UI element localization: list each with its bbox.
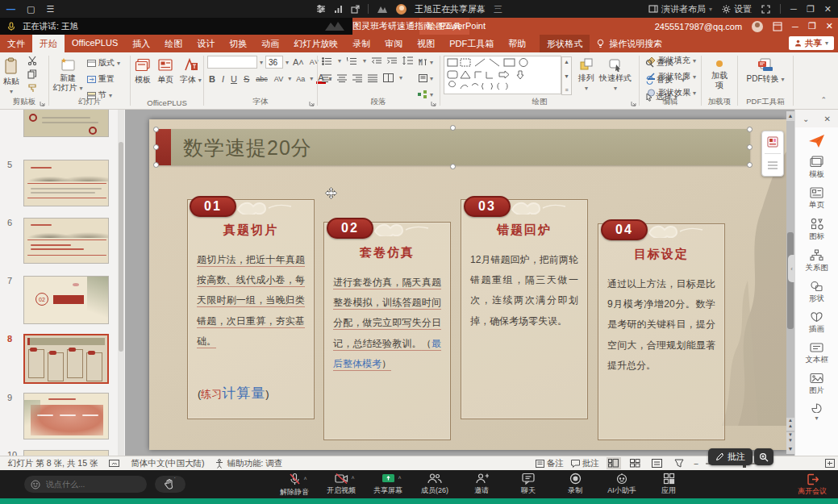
cut-icon[interactable] <box>27 56 37 65</box>
fullscreen-icon[interactable] <box>761 5 770 14</box>
change-case-button[interactable]: Aa <box>294 75 306 83</box>
ribbon-display-options-icon[interactable] <box>773 22 782 31</box>
quick-styles-button[interactable]: 快速样式▾ <box>599 54 632 98</box>
paste-options-button[interactable] <box>764 134 782 150</box>
panel-close-icon[interactable]: ✕ <box>824 115 831 123</box>
new-slide-button[interactable]: 新建幻灯片 ▾ <box>52 54 84 98</box>
selection-handle[interactable] <box>450 164 456 169</box>
char-spacing-button[interactable]: AV <box>273 75 285 83</box>
record-button[interactable]: 录制 <box>557 473 593 498</box>
slide-thumbnail-6[interactable] <box>23 218 109 264</box>
start-video-button[interactable]: ˄ 开启视频 <box>323 473 359 498</box>
selection-handle[interactable] <box>747 162 753 168</box>
font-size-input[interactable]: 36 <box>265 56 283 69</box>
layout-options-button[interactable] <box>764 157 782 173</box>
meeting-minimize-icon[interactable]: ― <box>6 4 15 14</box>
copy-icon[interactable] <box>27 69 37 79</box>
zoom-out-button[interactable]: − <box>694 459 698 469</box>
increase-font-icon[interactable]: A˄ <box>291 57 306 67</box>
single-page-button[interactable]: 单页 <box>157 55 173 98</box>
align-left-icon[interactable] <box>322 74 331 82</box>
window-minimize-icon[interactable]: ─ <box>790 4 797 14</box>
invite-button[interactable]: 邀请 <box>464 473 499 498</box>
tab-officeplus[interactable]: OfficePLUS <box>65 35 125 52</box>
unmute-button[interactable]: ˄ 解除静音 <box>277 473 312 498</box>
paragraph-dialog-launcher-icon[interactable] <box>431 101 436 106</box>
slide-thumbnail-5[interactable] <box>23 160 109 206</box>
slide-thumbnail-4[interactable] <box>23 110 109 137</box>
template-button[interactable]: 模板 <box>135 55 151 98</box>
strikethrough-button[interactable]: S <box>242 74 251 84</box>
previous-slide-button[interactable]: ▲▲ <box>786 418 794 431</box>
panel-collapse-icon[interactable]: ⌄ <box>803 115 809 123</box>
selection-handle[interactable] <box>747 144 753 150</box>
chat-button[interactable]: 聊天 <box>511 473 546 498</box>
chat-input[interactable] <box>44 479 133 489</box>
panel-item-single-page[interactable]: 单页 <box>795 187 838 210</box>
slideshow-view-button[interactable] <box>672 457 686 469</box>
font-plugin-button[interactable]: 字体 ▾ <box>180 55 202 98</box>
tab-view[interactable]: 视图 <box>410 35 442 52</box>
slide-thumbnail-8-current[interactable] <box>23 334 109 384</box>
font-dialog-launcher-icon[interactable] <box>309 101 315 106</box>
panel-item-picture[interactable]: 图片 <box>795 373 838 396</box>
bullets-icon[interactable] <box>322 57 332 65</box>
slide-thumbnail-7[interactable]: 02 <box>23 276 109 324</box>
underline-button[interactable]: U <box>229 74 239 84</box>
selection-handle[interactable] <box>153 144 159 150</box>
find-button[interactable]: 查找 <box>645 56 685 69</box>
account-email[interactable]: 2455517987@qq.com <box>655 22 742 31</box>
selection-handle[interactable] <box>747 127 753 132</box>
tab-design[interactable]: 设计 <box>190 35 222 52</box>
next-slide-button[interactable]: ▼▼ <box>786 432 794 445</box>
comments-button[interactable]: 批注 <box>571 458 599 469</box>
shapes-gallery[interactable]: ▲▼≡ <box>444 56 561 94</box>
ai-assistant-button[interactable]: AI小助手 <box>604 473 640 498</box>
shapes-gallery-scroll[interactable]: ▲▼≡ <box>561 56 572 95</box>
normal-view-button[interactable] <box>607 457 621 469</box>
tab-draw[interactable]: 绘图 <box>157 35 190 52</box>
layout-button[interactable]: 演讲者布局▾ <box>648 3 712 15</box>
selection-handle[interactable] <box>153 127 159 132</box>
panel-handle[interactable]: ‹ <box>788 255 795 282</box>
annotate-button[interactable]: 批注 <box>708 448 753 465</box>
canvas-scrollbar[interactable]: ▲ ▼ <box>786 111 794 454</box>
tab-shape-format[interactable]: 形状格式 <box>540 35 590 52</box>
bold-button[interactable]: B <box>207 74 217 84</box>
align-center-icon[interactable] <box>337 74 347 82</box>
font-name-input[interactable] <box>207 56 257 69</box>
align-text-button[interactable]: ▾ <box>419 72 433 85</box>
magnifier-button[interactable] <box>754 448 773 465</box>
italic-button[interactable]: I <box>220 74 226 84</box>
justify-icon[interactable] <box>368 74 377 82</box>
decrease-indent-icon[interactable] <box>372 57 381 65</box>
tab-slideshow[interactable]: 幻灯片放映 <box>286 35 345 52</box>
selection-handle[interactable] <box>450 125 456 131</box>
clipboard-dialog-launcher-icon[interactable] <box>40 101 45 106</box>
tab-help[interactable]: 帮助 <box>501 35 533 52</box>
tab-pdf-toolbox[interactable]: PDF工具箱 <box>442 35 501 52</box>
align-right-icon[interactable] <box>352 74 362 82</box>
line-spacing-icon[interactable] <box>402 56 413 65</box>
increase-indent-icon[interactable] <box>387 57 397 65</box>
slide-canvas[interactable]: 数学速提20分 01 真题切片 题切片法，把近十年真题按高数、线代成小卷，每天限… <box>149 119 786 450</box>
account-avatar[interactable] <box>752 21 763 32</box>
replace-button[interactable]: 替换▾ <box>645 73 685 86</box>
clear-format-icon[interactable]: abc <box>254 75 269 83</box>
slide-thumbnail-9[interactable] <box>23 393 109 439</box>
tab-home[interactable]: 开始 <box>32 35 65 52</box>
window-close-icon[interactable]: ✕ <box>824 4 832 15</box>
language-indicator[interactable]: 简体中文(中国大陆) <box>131 458 204 469</box>
addins-button[interactable]: 加载项 <box>705 55 734 98</box>
panel-item-illustration[interactable]: 插画 <box>795 311 838 335</box>
ppt-minimize-icon[interactable]: ─ <box>792 22 798 31</box>
chat-input-pill[interactable] <box>24 476 147 493</box>
panel-item-shapes[interactable]: 形状 <box>795 281 838 304</box>
format-painter-icon[interactable] <box>27 83 37 93</box>
apps-button[interactable]: 应用 <box>651 473 686 498</box>
panel-item-more[interactable]: ▾ <box>795 403 838 422</box>
notes-button[interactable]: 备注 <box>536 458 564 469</box>
slide-title-banner[interactable]: 数学速提20分 <box>156 129 750 165</box>
slide-thumbnail-10[interactable] <box>23 450 109 456</box>
reset-button[interactable]: 重置 <box>87 73 120 85</box>
